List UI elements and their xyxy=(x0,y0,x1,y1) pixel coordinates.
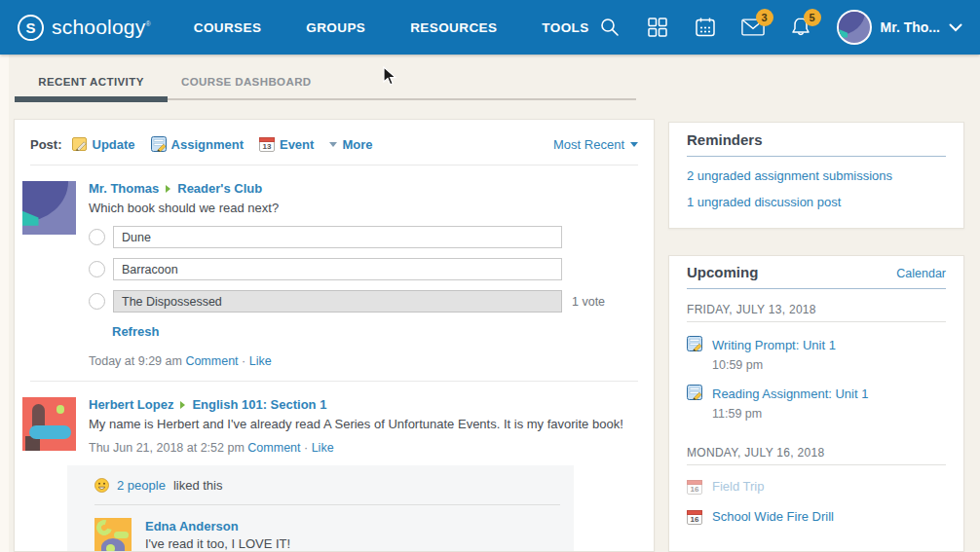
post-assignment-button[interactable]: Assignment xyxy=(151,136,244,152)
chevron-down-icon xyxy=(949,23,962,32)
account-menu[interactable]: Mr. Tho... xyxy=(837,10,962,45)
upcoming-card: Upcoming Calendar FRIDAY, JULY 13, 2018 … xyxy=(668,255,964,552)
likers-link[interactable]: 2 people xyxy=(117,478,166,493)
menu-tools[interactable]: TOOLS xyxy=(542,20,588,35)
event-link[interactable]: Field Trip xyxy=(712,479,764,495)
poll-option-row: Barracoon xyxy=(89,258,638,280)
poll-refresh-link[interactable]: Refresh xyxy=(112,324,159,339)
calendar-icon[interactable] xyxy=(694,16,717,39)
event-link[interactable]: Reading Assignment: Unit 1 xyxy=(712,386,868,401)
poll-option-row: Dune xyxy=(89,226,638,248)
user-avatar xyxy=(837,10,872,45)
mouse-cursor xyxy=(383,66,397,91)
likes-suffix: liked this xyxy=(173,478,223,493)
event-time: 10:59 pm xyxy=(712,358,836,372)
main-menu: COURSES GROUPS RESOURCES TOOLS xyxy=(194,20,589,35)
post-event-button[interactable]: 13 Event xyxy=(259,136,314,152)
reminders-card: Reminders 2 ungraded assignment submissi… xyxy=(668,122,964,229)
home-tabs: RECENT ACTIVITY COURSE DASHBOARD xyxy=(15,70,636,102)
post-meta: Today at 9:29 am Comment · Like xyxy=(89,354,638,368)
breadcrumb-arrow-icon xyxy=(180,401,185,409)
top-navbar: S schoology® COURSES GROUPS RESOURCES TO… xyxy=(0,0,980,55)
like-link[interactable]: Like xyxy=(312,441,334,455)
ungraded-discussion-link[interactable]: 1 ungraded discussion post xyxy=(687,189,946,215)
comment-link[interactable]: Comment xyxy=(185,354,238,368)
post-body: My name is Herbert and I've already read… xyxy=(89,416,638,432)
post-more-button[interactable]: More xyxy=(329,137,372,152)
comment-thread: 2 people liked this Edna Anderson I've r… xyxy=(67,465,574,552)
author-link[interactable]: Mr. Thomas xyxy=(89,181,159,196)
ungraded-assignments-link[interactable]: 2 ungraded assignment submissions xyxy=(687,163,946,189)
like-link[interactable]: Like xyxy=(249,354,272,368)
upcoming-event: Writing Prompt: Unit 1 10:59 pm xyxy=(687,336,946,372)
messages-icon[interactable]: 3 xyxy=(741,16,765,39)
post-timestamp: Today at 9:29 am xyxy=(89,354,182,368)
sort-dropdown[interactable]: Most Recent xyxy=(553,137,638,152)
app-grid-icon[interactable] xyxy=(646,16,669,39)
likes-summary: 2 people liked this xyxy=(94,478,560,493)
author-avatar[interactable] xyxy=(22,181,76,235)
registered-mark: ® xyxy=(145,20,150,27)
upcoming-event: 16 Field Trip xyxy=(687,479,946,495)
course-link[interactable]: English 101: Section 1 xyxy=(192,397,326,412)
event-calendar-icon: 13 xyxy=(259,136,275,152)
assignment-icon xyxy=(687,336,702,351)
search-icon[interactable] xyxy=(598,16,622,39)
post-label: Post: xyxy=(30,137,62,152)
tab-recent-activity[interactable]: RECENT ACTIVITY xyxy=(15,76,168,88)
page-left-gutter xyxy=(0,55,9,552)
user-name: Mr. Tho... xyxy=(881,19,940,35)
author-link[interactable]: Herbert Lopez xyxy=(89,397,173,412)
post-header: Herbert Lopez English 101: Section 1 xyxy=(89,397,638,412)
post-timestamp: Thu Jun 21, 2018 at 2:52 pm xyxy=(89,441,245,455)
calendar-link[interactable]: Calendar xyxy=(896,267,946,280)
tab-course-dashboard[interactable]: COURSE DASHBOARD xyxy=(181,76,312,88)
poll-question: Which book should we read next? xyxy=(89,200,638,216)
update-note-icon xyxy=(72,136,88,152)
menu-resources[interactable]: RESOURCES xyxy=(410,20,497,35)
course-link[interactable]: Reader's Club xyxy=(177,181,262,196)
post-toolbar: Post: Update Assignment 13 Event More Mo… xyxy=(15,120,654,165)
post-poll: Mr. Thomas Reader's Club Which book shou… xyxy=(15,166,654,368)
event-calendar-icon: 16 xyxy=(687,509,702,525)
poll-option[interactable]: Barracoon xyxy=(113,258,562,280)
smiley-icon xyxy=(94,478,109,493)
caret-down-icon xyxy=(329,142,337,147)
author-avatar[interactable] xyxy=(22,397,76,451)
menu-courses[interactable]: COURSES xyxy=(194,20,262,35)
tab-underline xyxy=(15,96,636,102)
assignment-icon xyxy=(151,136,167,152)
svg-text:16: 16 xyxy=(691,515,699,524)
divider xyxy=(687,321,946,322)
poll-option-row: The Dispossessed 1 vote xyxy=(89,290,638,313)
upcoming-event: 16 School Wide Fire Drill xyxy=(687,509,946,525)
commenter-link[interactable]: Edna Anderson xyxy=(145,519,239,534)
divider xyxy=(687,464,946,465)
poll-option[interactable]: The Dispossessed xyxy=(113,290,562,313)
comment-body: I've read it too, I LOVE IT! xyxy=(145,536,560,551)
comment-link[interactable]: Comment xyxy=(247,441,300,455)
caret-down-icon xyxy=(630,142,638,147)
day-header: MONDAY, JULY 16, 2018 xyxy=(687,446,946,460)
notifications-bell-icon[interactable]: 5 xyxy=(789,16,812,39)
schoology-s-icon: S xyxy=(18,15,44,41)
svg-text:13: 13 xyxy=(263,142,272,151)
event-link[interactable]: Writing Prompt: Unit 1 xyxy=(712,338,836,352)
commenter-avatar[interactable] xyxy=(94,518,132,552)
assignment-icon xyxy=(687,385,702,400)
post-meta: Thu Jun 21, 2018 at 2:52 pm Comment · Li… xyxy=(89,441,638,455)
notifications-badge: 5 xyxy=(804,9,821,26)
poll-option-radio[interactable] xyxy=(89,229,105,245)
divider xyxy=(687,288,946,289)
poll-option[interactable]: Dune xyxy=(113,226,562,248)
menu-groups[interactable]: GROUPS xyxy=(306,20,365,35)
schoology-logo[interactable]: S schoology® xyxy=(18,15,151,41)
post-update-button[interactable]: Update xyxy=(72,136,135,152)
poll-option-radio[interactable] xyxy=(89,293,105,310)
event-time: 11:59 pm xyxy=(712,407,868,421)
event-link[interactable]: School Wide Fire Drill xyxy=(712,509,834,525)
divider xyxy=(687,156,946,157)
day-header: FRIDAY, JULY 13, 2018 xyxy=(687,303,946,316)
poll-option-radio[interactable] xyxy=(89,261,105,277)
poll-vote-count: 1 vote xyxy=(572,295,605,309)
